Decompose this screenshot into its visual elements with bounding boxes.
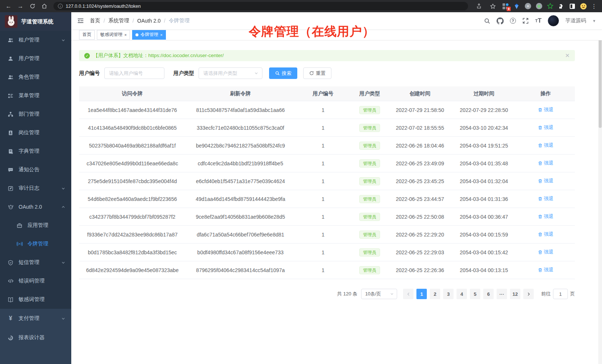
sidebar-item[interactable]: 部门管理 <box>0 105 71 123</box>
user-type-badge: 管理员 <box>359 159 380 168</box>
page-size-select[interactable]: 10条/页 <box>361 289 397 299</box>
sidebar-item-label: OAuth 2.0 <box>19 204 42 210</box>
page-button[interactable]: 6 <box>483 289 494 299</box>
user-id-cell: 1 <box>295 232 351 238</box>
next-page-button[interactable] <box>523 289 534 299</box>
sidebar-item[interactable]: 角色管理 <box>0 68 71 86</box>
sidebar-item[interactable]: 租户管理 <box>0 31 71 49</box>
extension-grid-icon[interactable]: 9 <box>502 3 509 10</box>
sidebar-item[interactable]: 用户管理 <box>0 49 71 68</box>
sidebar-item[interactable]: 岗位管理 <box>0 123 71 142</box>
extension-gem-icon[interactable] <box>513 3 520 10</box>
sidebar-item[interactable]: 应用管理 <box>0 216 71 235</box>
access-token-cell: b0d1785bc3a8482f812db4a3f3bd15ec <box>79 249 186 255</box>
sidebar-item[interactable]: 字典管理 <box>0 142 71 161</box>
profile-avatar-icon[interactable] <box>580 3 587 10</box>
page-button[interactable]: 12 <box>510 289 520 299</box>
app-icon <box>16 223 23 228</box>
extension-panel-icon[interactable] <box>569 3 576 10</box>
goto-page-input[interactable] <box>553 289 568 299</box>
user-menu-caret-icon[interactable]: ▼ <box>592 19 596 23</box>
sidebar-item[interactable]: 报表设计器 <box>0 328 71 347</box>
reset-button[interactable]: 重置 <box>303 67 331 79</box>
extension-star-icon[interactable] <box>547 3 553 10</box>
sidebar-item[interactable]: 错误码管理 <box>0 272 71 290</box>
sidebar-item[interactable]: OAuth 2.0 <box>0 198 71 216</box>
force-logout-button[interactable]: 强退 <box>538 142 553 149</box>
forward-icon[interactable]: → <box>16 1 25 11</box>
help-icon[interactable]: ? <box>510 18 516 24</box>
back-icon[interactable]: ← <box>4 1 13 11</box>
address-bar[interactable]: i 127.0.0.1:1024/system/oauth2/token <box>53 2 468 10</box>
sidebar-item[interactable]: ¥支付管理 <box>0 309 71 328</box>
sidebar-item[interactable]: 令牌管理 <box>0 235 71 253</box>
force-logout-button[interactable]: 强退 <box>538 160 553 166</box>
force-logout-label: 强退 <box>544 267 553 273</box>
column-header: 用户类型 <box>351 90 389 97</box>
alert-close-icon[interactable]: ✕ <box>565 52 570 59</box>
page-button[interactable]: 3 <box>443 289 454 299</box>
github-icon[interactable] <box>497 17 504 24</box>
chevron-down-icon <box>61 38 65 42</box>
sidebar-item[interactable]: 敏感词管理 <box>0 290 71 309</box>
view-tag[interactable]: 令牌管理× <box>132 30 166 40</box>
user-id-input[interactable] <box>104 67 164 79</box>
token-icon <box>16 241 23 247</box>
force-logout-button[interactable]: 强退 <box>538 249 553 255</box>
user-type-cell: 管理员 <box>351 248 389 257</box>
sidebar-fold-icon[interactable] <box>77 17 84 24</box>
user-id-cell: 1 <box>295 125 351 131</box>
extension-record-icon[interactable] <box>536 3 542 10</box>
home-icon[interactable] <box>39 1 49 11</box>
report-icon <box>7 335 14 341</box>
view-tag[interactable]: 敏感词管理× <box>97 30 130 40</box>
action-cell: 强退 <box>516 178 575 185</box>
search-button[interactable]: 搜索 <box>269 67 297 79</box>
sidebar-item[interactable]: 菜单管理 <box>0 86 71 105</box>
created-at-cell: 2022-07-29 21:58:50 <box>389 107 452 113</box>
site-info-icon[interactable]: i <box>58 4 63 9</box>
prev-page-button[interactable] <box>403 289 413 299</box>
force-logout-button[interactable]: 强退 <box>538 106 553 113</box>
sidebar-item[interactable]: 短信管理 <box>0 253 71 272</box>
bookmark-star-icon[interactable] <box>488 1 498 11</box>
tag-close-icon[interactable]: × <box>124 33 127 37</box>
breadcrumb-item[interactable]: 系统管理 <box>108 17 129 24</box>
extension-puzzle-icon[interactable] <box>558 3 565 10</box>
extension-command-icon[interactable]: ⌗ <box>524 3 531 10</box>
alert-doc-link[interactable]: https://doc.iocoder.cn/user-center/ <box>148 53 224 58</box>
breadcrumb-item[interactable]: 首页 <box>90 17 100 24</box>
fullscreen-icon[interactable] <box>522 17 529 24</box>
reload-icon[interactable] <box>27 1 37 11</box>
breadcrumb-item: 令牌管理 <box>169 17 190 24</box>
user-avatar[interactable] <box>548 15 559 26</box>
page-ellipsis[interactable]: ··· <box>497 289 507 299</box>
pay-icon: ¥ <box>7 315 14 321</box>
page-button[interactable]: 2 <box>430 289 440 299</box>
search-icon[interactable] <box>484 18 490 24</box>
fontsize-icon[interactable]: TT <box>535 17 542 24</box>
user-type-select[interactable]: 请选择用户类型 <box>199 67 262 79</box>
app-title: 芋道管理系统 <box>21 18 53 25</box>
force-logout-button[interactable]: 强退 <box>538 231 553 238</box>
force-logout-button[interactable]: 强退 <box>538 213 553 220</box>
page-button[interactable]: 1 <box>416 289 427 299</box>
browser-menu-icon[interactable]: ⋮ <box>591 3 597 10</box>
page-button[interactable]: 5 <box>470 289 480 299</box>
page-button[interactable]: 4 <box>457 289 467 299</box>
sidebar-item[interactable]: 通知公告 <box>0 161 71 179</box>
expires-at-cell: 2054-03-04 19:51:25 <box>451 143 516 149</box>
sidebar-item-label: 岗位管理 <box>19 129 39 136</box>
refresh-token-cell: cdfc4ce9c2da4bb1bdf21b9918ff4be5 <box>186 161 295 166</box>
view-tag[interactable]: 首页 <box>79 30 95 40</box>
force-logout-button[interactable]: 强退 <box>538 124 553 131</box>
tag-close-icon[interactable]: × <box>160 33 162 37</box>
sidebar-item[interactable]: 审计日志 <box>0 179 71 198</box>
share-icon[interactable] <box>474 1 484 11</box>
browser-scrollbar[interactable] <box>598 12 602 364</box>
force-logout-button[interactable]: 强退 <box>538 178 553 184</box>
force-logout-button[interactable]: 强退 <box>538 267 553 273</box>
breadcrumb-item[interactable]: OAuth 2.0 <box>137 18 161 24</box>
app-logo[interactable]: 芋道管理系统 <box>0 12 71 31</box>
force-logout-button[interactable]: 强退 <box>538 195 553 202</box>
